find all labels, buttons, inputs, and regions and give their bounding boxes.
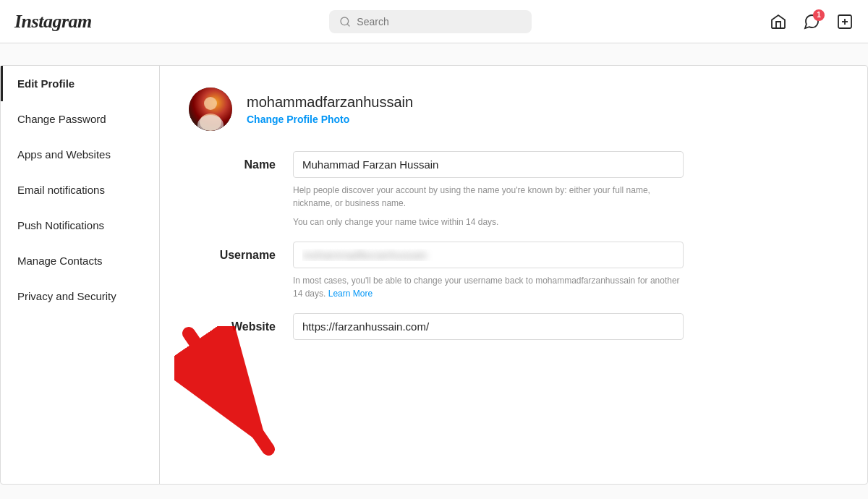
avatar[interactable] [189,88,232,131]
profile-info: mohammadfarzanhussain Change Profile Pho… [247,94,413,125]
messenger-button[interactable]: 1 [803,13,820,30]
sidebar-item-edit-profile[interactable]: Edit Profile [1,66,159,101]
name-row: Name Help people discover your account b… [189,151,838,229]
name-help1: Help people discover your account by usi… [293,184,684,210]
avatar-svg [189,88,232,131]
content-wrapper: mohammadfarzanhussain Change Profile Pho… [160,66,867,484]
home-button[interactable] [770,13,787,30]
username-label: Username [189,242,276,262]
sidebar-item-push-notifications[interactable]: Push Notifications [1,208,159,243]
website-row: Website [189,313,838,340]
header: Instagram 1 [0,0,868,43]
avatar-image [189,88,232,131]
username-help: In most cases, you'll be able to change … [293,274,684,300]
username-row: Username In most cases, you'll be able t… [189,242,838,300]
create-post-button[interactable] [836,13,854,30]
header-icons: 1 [770,13,854,30]
username-input[interactable] [293,242,684,268]
name-field-group: Help people discover your account by usi… [293,151,684,229]
search-input[interactable] [357,16,522,27]
profile-username: mohammadfarzanhussain [247,94,413,111]
svg-point-6 [204,97,217,110]
svg-line-1 [347,24,349,26]
sidebar-item-manage-contacts[interactable]: Manage Contacts [1,243,159,278]
profile-header: mohammadfarzanhussain Change Profile Pho… [189,88,838,131]
settings-container: Edit Profile Change Password Apps and We… [0,65,868,485]
instagram-logo: Instagram [14,11,92,33]
website-input[interactable] [293,313,684,340]
home-icon [770,13,787,30]
sidebar-item-email-notifications[interactable]: Email notifications [1,172,159,208]
search-bar[interactable] [329,10,532,33]
notification-badge: 1 [813,9,825,21]
settings-sidebar: Edit Profile Change Password Apps and We… [1,66,160,484]
website-label: Website [189,313,276,333]
sidebar-item-apps-websites[interactable]: Apps and Websites [1,137,159,172]
website-field-group [293,313,684,340]
learn-more-link[interactable]: Learn More [328,289,373,299]
name-help2: You can only change your name twice with… [293,216,684,229]
name-input[interactable] [293,151,684,178]
sidebar-item-change-password[interactable]: Change Password [1,101,159,137]
plus-square-icon [836,13,854,30]
search-icon [339,16,351,27]
edit-profile-content: mohammadfarzanhussain Change Profile Pho… [160,66,867,375]
username-field-group: In most cases, you'll be able to change … [293,242,684,300]
change-profile-photo-link[interactable]: Change Profile Photo [247,114,413,125]
name-label: Name [189,151,276,171]
sidebar-item-privacy-security[interactable]: Privacy and Security [1,278,159,314]
